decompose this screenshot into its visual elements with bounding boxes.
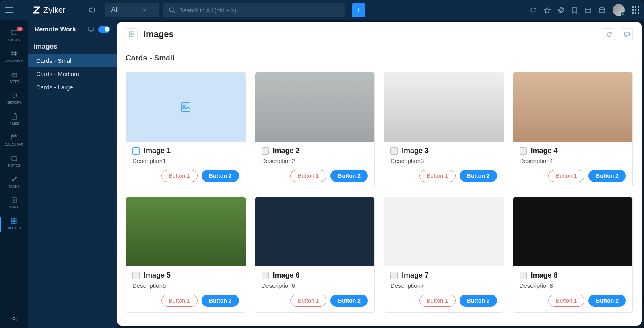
image-card: Image 4 Description4 Button 1 Button 2	[513, 72, 633, 188]
rail-item-tasks[interactable]: TASKS	[0, 172, 28, 192]
sidebar-item[interactable]: Cards - Medium	[28, 67, 117, 80]
svg-rect-10	[11, 135, 17, 140]
card-button-1[interactable]: Button 1	[419, 295, 456, 307]
remote-toggle[interactable]	[98, 26, 110, 33]
rail-item-channels[interactable]: CHANNELS	[0, 47, 28, 67]
search-icon	[169, 7, 175, 13]
comments-button[interactable]	[621, 28, 633, 40]
svg-rect-5	[12, 73, 17, 77]
card-thumb-icon	[390, 272, 398, 279]
svg-rect-29	[129, 35, 131, 37]
monitor-icon[interactable]	[88, 27, 94, 32]
main-content: Images Cards - Small Image 1 Description…	[117, 22, 642, 326]
badge: 7	[17, 27, 23, 31]
nav-rail: CHATS7CHANNELSBOTSHISTORYFILESCALENDARNO…	[0, 20, 28, 328]
card-description: Description2	[262, 157, 368, 164]
card-button-2[interactable]: Button 2	[588, 295, 626, 307]
card-thumb-icon	[262, 147, 269, 155]
card-button-1[interactable]: Button 1	[161, 295, 198, 307]
rail-label: CHATS	[8, 38, 20, 42]
card-description: Description4	[520, 157, 626, 164]
card-button-2[interactable]: Button 2	[202, 295, 239, 307]
svg-point-24	[13, 317, 15, 320]
svg-point-0	[169, 8, 173, 12]
page-title: Images	[143, 29, 174, 39]
rail-item-bots[interactable]: BOTS	[0, 68, 28, 88]
card-description: Description3	[390, 157, 497, 164]
search-filter-value: All	[111, 6, 118, 14]
rail-item-images[interactable]: IMAGES	[0, 214, 28, 234]
store-icon[interactable]	[599, 7, 605, 14]
svg-point-7	[14, 74, 15, 75]
images-icon	[10, 217, 18, 225]
speaker-icon[interactable]	[89, 6, 97, 14]
svg-point-33	[183, 105, 185, 107]
card-button-1[interactable]: Button 1	[290, 295, 326, 307]
svg-rect-16	[13, 199, 14, 200]
search-input[interactable]	[179, 7, 339, 14]
svg-rect-31	[624, 32, 629, 36]
card-button-2[interactable]: Button 2	[460, 295, 497, 307]
user-avatar[interactable]	[613, 4, 625, 16]
card-button-2[interactable]: Button 2	[202, 170, 239, 182]
card-button-2[interactable]: Button 2	[460, 170, 497, 182]
hamburger-menu[interactable]	[5, 7, 13, 13]
rail-item-files[interactable]: FILES	[0, 109, 28, 130]
image-card: Image 8 Description8 Button 1 Button 2	[513, 197, 633, 313]
rail-label: CALENDAR	[5, 142, 23, 146]
card-button-1[interactable]: Button 1	[419, 170, 456, 182]
settings-button[interactable]	[10, 309, 18, 328]
apps-grid-icon[interactable]	[632, 6, 639, 14]
star-icon[interactable]	[544, 7, 551, 14]
card-title: Image 6	[273, 271, 300, 280]
svg-rect-2	[585, 8, 590, 13]
card-description: Description6	[262, 282, 368, 289]
svg-rect-17	[14, 199, 15, 200]
file-icon	[10, 113, 18, 120]
refresh-icon[interactable]	[530, 7, 537, 14]
bookmark-icon[interactable]	[572, 7, 577, 14]
rail-item-org[interactable]: ORG	[0, 193, 28, 213]
card-button-1[interactable]: Button 1	[161, 170, 198, 182]
refresh-button[interactable]	[603, 28, 615, 40]
card-button-1[interactable]: Button 1	[548, 295, 584, 307]
card-button-1[interactable]: Button 1	[548, 170, 584, 182]
rail-item-calendar[interactable]: CALENDAR	[0, 130, 28, 151]
svg-rect-21	[14, 218, 17, 221]
card-title: Image 8	[531, 271, 558, 280]
card-title: Image 5	[144, 271, 171, 280]
rail-label: ORG	[10, 205, 18, 209]
view-mode-button[interactable]	[126, 28, 138, 40]
search-filter-select[interactable]: All	[105, 3, 159, 17]
add-button[interactable]: +	[352, 3, 365, 17]
card-button-1[interactable]: Button 1	[290, 170, 326, 182]
calendar-icon[interactable]	[584, 7, 591, 14]
rail-label: IMAGES	[7, 226, 21, 230]
card-title: Image 4	[531, 146, 558, 155]
rail-item-history[interactable]: HISTORY	[0, 89, 28, 109]
card-title: Image 1	[144, 146, 171, 155]
card-thumb-icon	[520, 147, 527, 155]
image-card: Image 1 Description1 Button 1 Button 2	[126, 72, 246, 188]
card-image	[384, 197, 504, 266]
svg-rect-4	[11, 30, 17, 34]
rail-item-notes[interactable]: NOTES	[0, 151, 28, 171]
at-icon[interactable]: @	[558, 6, 564, 14]
sidebar-item[interactable]: Cards - Large	[28, 80, 117, 94]
svg-point-6	[13, 74, 14, 75]
image-card: Image 5 Description5 Button 1 Button 2	[126, 197, 246, 313]
svg-rect-14	[12, 157, 17, 161]
card-button-2[interactable]: Button 2	[330, 295, 368, 307]
card-thumb-icon	[520, 272, 527, 279]
rail-label: FILES	[9, 122, 19, 126]
sidebar-item[interactable]: Cards - Small	[28, 54, 117, 67]
search-box[interactable]	[163, 3, 345, 17]
card-button-2[interactable]: Button 2	[330, 170, 368, 182]
rail-label: HISTORY	[6, 101, 21, 105]
card-button-2[interactable]: Button 2	[588, 170, 626, 182]
svg-rect-19	[14, 200, 15, 201]
history-icon	[10, 92, 18, 99]
svg-point-9	[14, 72, 14, 72]
rail-item-chats[interactable]: CHATS7	[0, 26, 28, 46]
workspace-name: Remote Work	[35, 26, 76, 33]
